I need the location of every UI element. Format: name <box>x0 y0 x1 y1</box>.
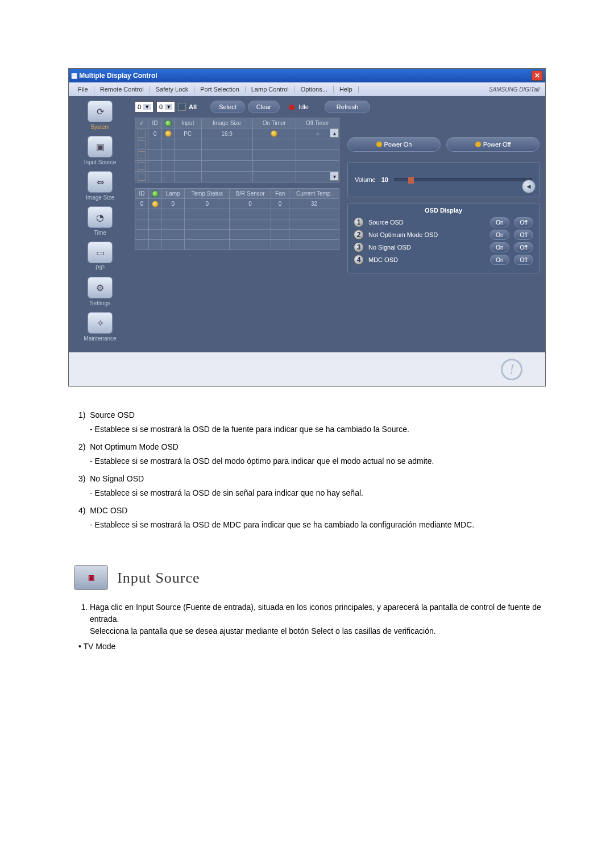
table-row <box>135 150 339 161</box>
sidebar-image-size[interactable]: ⇔ Image Size <box>71 171 129 201</box>
mdc-osd-off-button[interactable]: Off <box>514 255 533 265</box>
row-checkbox[interactable] <box>138 130 146 138</box>
doc-item-3: 3) No Signal OSD <box>78 473 557 485</box>
table-row <box>135 240 339 250</box>
not-optimum-osd-off-button[interactable]: Off <box>514 230 533 240</box>
scroll-up-icon[interactable]: ▴ <box>330 128 339 138</box>
select-button[interactable]: Select <box>210 101 245 113</box>
osd-row-not-optimum: 2 Not Optimum Mode OSD On Off <box>354 230 533 240</box>
table-row[interactable]: 0 0 0 0 0 32 <box>135 199 339 209</box>
sidebar-maintenance[interactable]: ✧ Maintenance <box>71 312 129 342</box>
table-row[interactable]: 0 PC 16:9 ○ ▴ <box>135 128 339 139</box>
system-icon: ⟳ <box>88 101 113 122</box>
sidebar-item-label: Settings <box>71 300 129 306</box>
id-select-b[interactable]: 0 ▼ <box>156 101 175 113</box>
id-select-a[interactable]: 0 ▼ <box>135 101 154 113</box>
power-row: Power On Power Off <box>347 137 540 152</box>
all-checkbox[interactable] <box>178 103 186 111</box>
badge-3-icon: 3 <box>354 242 364 252</box>
cell-id: 0 <box>148 128 162 139</box>
sidebar: ⟳ System ▣ Input Source ⇔ Image Size ◔ T… <box>69 96 131 352</box>
doc-desc-2: - Establece si se mostrará la OSD del mo… <box>90 455 557 467</box>
on-timer-led-icon <box>271 130 277 137</box>
scroll-down-icon[interactable]: ▾ <box>330 172 339 181</box>
no-signal-osd-off-button[interactable]: Off <box>514 242 533 252</box>
osd-display-panel: OSD Display 1 Source OSD On Off 2 Not Op… <box>347 203 540 273</box>
cell-lamp: 0 <box>161 199 185 209</box>
col-input: Input <box>175 118 202 128</box>
clear-button[interactable]: Clear <box>248 101 280 113</box>
brand-label: SAMSUNG DIGITall <box>487 86 542 93</box>
power-on-button[interactable]: Power On <box>347 137 441 152</box>
volume-handle[interactable] <box>408 177 414 184</box>
volume-label: Volume <box>355 176 376 183</box>
col-id: ID <box>148 118 162 128</box>
volume-slider[interactable] <box>394 178 532 181</box>
col-image-size: Image Size <box>201 118 252 128</box>
section-header: ▣ Input Source <box>74 565 557 590</box>
col-id: ID <box>135 189 149 199</box>
menu-lamp-control[interactable]: Lamp Control <box>246 86 295 93</box>
power-on-dot-icon <box>376 142 382 147</box>
not-optimum-osd-on-button[interactable]: On <box>490 230 509 240</box>
menu-options[interactable]: Options... <box>295 86 334 93</box>
doc-desc-4: - Establece si se mostrará la OSD de MDC… <box>90 519 557 531</box>
row-checkbox[interactable] <box>138 173 146 181</box>
menu-remote-control[interactable]: Remote Control <box>94 86 150 93</box>
refresh-button[interactable]: Refresh <box>325 101 371 113</box>
menu-file[interactable]: File <box>72 86 94 93</box>
display-grid-a: ✓ ID Input Image Size On Timer Off Timer… <box>135 118 339 182</box>
power-off-button[interactable]: Power Off <box>446 137 540 152</box>
doc-item-2: 2) Not Optimum Mode OSD <box>78 441 557 453</box>
cell-temp-status: 0 <box>185 199 230 209</box>
sidebar-time[interactable]: ◔ Time <box>71 206 129 236</box>
input-source-thumb-icon: ▣ <box>74 565 108 590</box>
col-status <box>149 189 161 199</box>
cell-input: PC <box>175 128 202 139</box>
row-checkbox[interactable] <box>138 151 146 159</box>
no-signal-osd-on-button[interactable]: On <box>490 242 509 252</box>
table-row <box>135 230 339 240</box>
window-title: Multiple Display Control <box>79 72 157 80</box>
row-checkbox[interactable] <box>138 162 146 170</box>
bullet-tv-mode: • TV Mode <box>78 641 557 653</box>
doc-item-4: 4) MDC OSD <box>78 505 557 517</box>
col-current-temp: Current Temp. <box>289 189 339 199</box>
badge-2-icon: 2 <box>354 230 364 240</box>
chevron-down-icon: ▼ <box>165 104 172 110</box>
close-icon[interactable]: ✕ <box>532 70 543 81</box>
cell-current-temp: 32 <box>289 199 339 209</box>
time-icon: ◔ <box>88 206 113 228</box>
mdc-osd-on-button[interactable]: On <box>490 255 509 265</box>
volume-panel: Volume 10 ◄ <box>347 162 540 197</box>
sidebar-system[interactable]: ⟳ System <box>71 101 129 130</box>
col-fan: Fan <box>271 189 289 199</box>
doc-desc-3: - Establece si se mostrará la OSD de sin… <box>90 487 557 499</box>
table-row <box>135 161 339 172</box>
sidebar-pip[interactable]: ▭ PIP <box>71 242 129 271</box>
speaker-icon[interactable]: ◄ <box>522 180 536 193</box>
ordered-list: Haga clic en Input Source (Fuente de ent… <box>90 601 557 637</box>
idle-dot-icon <box>289 105 294 110</box>
row-checkbox[interactable] <box>138 140 146 148</box>
sidebar-input-source[interactable]: ▣ Input Source <box>71 136 129 165</box>
table-row: ▾ <box>135 172 339 182</box>
status-led-icon <box>152 190 159 197</box>
sidebar-settings[interactable]: ⚙ Settings <box>71 277 129 306</box>
sidebar-item-label: Image Size <box>71 194 129 201</box>
source-osd-off-button[interactable]: Off <box>514 217 533 227</box>
menu-help[interactable]: Help <box>334 86 359 93</box>
cell-image-size: 16:9 <box>201 128 252 139</box>
source-osd-on-button[interactable]: On <box>490 217 509 227</box>
table-row <box>135 219 339 230</box>
menubar: File Remote Control Safety Lock Port Sel… <box>69 82 545 96</box>
settings-icon: ⚙ <box>88 277 113 298</box>
menu-port-selection[interactable]: Port Selection <box>194 86 245 93</box>
osd-label: Source OSD <box>368 219 486 226</box>
col-off-timer: Off Timer <box>296 118 339 128</box>
document-body: 1) Source OSD - Establece si se mostrará… <box>57 409 557 653</box>
osd-row-mdc: 4 MDC OSD On Off <box>354 255 533 265</box>
maintenance-icon: ✧ <box>88 312 113 334</box>
workspace: ⟳ System ▣ Input Source ⇔ Image Size ◔ T… <box>69 96 545 352</box>
menu-safety-lock[interactable]: Safety Lock <box>150 86 194 93</box>
